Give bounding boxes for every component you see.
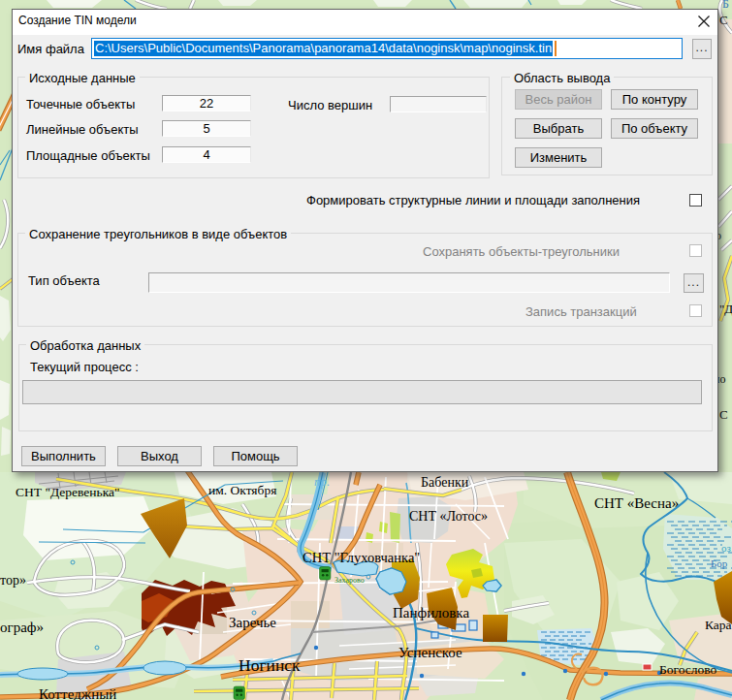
svg-text:Коттеджный: Коттеджный bbox=[39, 686, 116, 700]
svg-text:СНТ «Лотос»: СНТ «Лотос» bbox=[409, 509, 488, 524]
svg-text:С: С bbox=[719, 13, 728, 27]
svg-text:им. Октября: им. Октября bbox=[208, 483, 276, 497]
svg-text:Ногинск: Ногинск bbox=[239, 655, 301, 675]
svg-text:Кара: Кара bbox=[705, 618, 732, 632]
svg-text:СНТ "Глуховчанка": СНТ "Глуховчанка" bbox=[302, 550, 420, 565]
svg-text:СНТ "Деревенька": СНТ "Деревенька" bbox=[16, 485, 120, 499]
svg-text:СНТ «Весна»: СНТ «Весна» bbox=[594, 495, 679, 511]
svg-text:С: С bbox=[719, 407, 728, 422]
svg-text:оз: оз bbox=[721, 542, 731, 554]
svg-text:Б: Б bbox=[722, 0, 729, 11]
svg-text:пр.: пр. bbox=[314, 474, 330, 489]
svg-text:Панфиловка: Панфиловка bbox=[393, 605, 469, 620]
svg-text:Богослово: Богослово bbox=[659, 662, 717, 677]
svg-text:ограф»: ограф» bbox=[0, 620, 44, 635]
svg-text:Успенское: Успенское bbox=[398, 645, 462, 660]
svg-text:Захарово: Захарово bbox=[334, 576, 365, 585]
svg-text:тор»: тор» bbox=[0, 573, 26, 588]
svg-text:Заречье: Заречье bbox=[229, 615, 276, 630]
svg-text:"Д: "Д bbox=[719, 302, 732, 316]
svg-text:Бор: Бор bbox=[711, 557, 728, 569]
svg-text:Бабенки: Бабенки bbox=[421, 475, 469, 490]
